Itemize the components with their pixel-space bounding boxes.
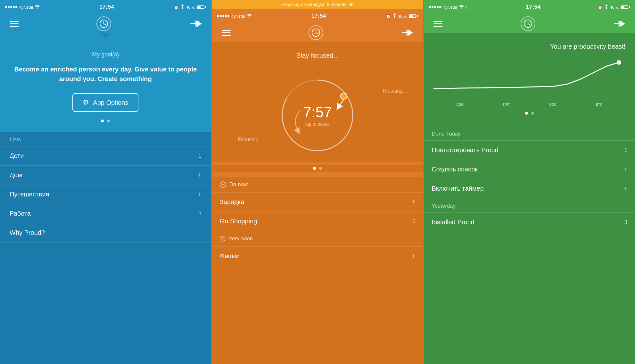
stay-focused-text: Stay focused... [296,52,339,59]
bluetooth-icon-1 [181,4,184,10]
nav-bar-2 [212,23,423,42]
battery-pct-3: 46 % [610,5,619,10]
very-soon-title: Very soon [229,236,253,242]
task-plus: + [412,198,416,206]
time-3: 17:54 [526,4,540,10]
alarm-icon-2: ⏰ [386,14,391,19]
chart-label-1: сре [457,102,464,107]
nav-bar-1 [0,14,211,33]
task-label: Зарядка [220,198,244,206]
menu-icon-1[interactable] [10,21,19,27]
menu-icon-2[interactable] [222,30,231,36]
wifi-icon-2 [247,14,252,19]
list-item[interactable]: Дети 1 [0,146,211,166]
status-left-3: Kyivstar ☾ [429,5,469,10]
forward-icon-3[interactable] [613,20,625,28]
done-item-label: Включить таймер [432,185,484,192]
nav-bar-3 [424,14,635,33]
done-item[interactable]: Протестировать Proud 1 [424,141,635,160]
clock-nav-icon-2[interactable] [309,25,323,40]
done-item-label: Создать список [432,166,478,173]
timer-container[interactable]: Focusing Relaxing... 7:57 tap to pause [212,66,423,162]
task-label: Фишки [220,252,240,260]
list-item-label: Работа [10,210,31,217]
status-right-3: ⏰ 46 % [598,4,630,10]
done-item-badge: 3 [624,219,627,226]
done-today-header: Done Today [424,126,635,141]
status-bar-2: Kyivstar 17:54 ⏰ 46 % [212,9,423,23]
task-plus: + [412,252,416,260]
task-item[interactable]: Зарядка + [212,193,423,212]
svg-line-18 [528,24,530,25]
clock-small-icon [220,236,226,242]
status-bar-3: Kyivstar ☾ 17:54 ⏰ 46 % [424,0,635,14]
goals-title: My goal(s) [13,51,198,58]
app-options-button[interactable]: ⚙ App Options [72,93,138,112]
panel-orange: Focusing on Зарядка: 8 minutes left Kyiv… [211,0,424,364]
signal-dots-3 [429,6,441,8]
page-dot-active-1[interactable] [101,120,104,122]
orange-dot-active[interactable] [313,167,316,170]
focusing-label: Focusing [238,137,259,143]
status-left-1: Kyivstar [5,5,40,10]
battery-icon-1 [197,5,206,9]
clock-nav-icon-3[interactable] [521,16,535,31]
focus-banner: Focusing on Зарядка: 8 minutes left [212,0,423,9]
list-item-label: Дети [10,152,24,160]
bluetooth-icon-3 [605,4,608,10]
orange-dot-2[interactable] [319,167,322,170]
menu-icon-3[interactable] [433,21,442,27]
status-right-1: ⏰ 46 % [174,4,206,10]
done-item[interactable]: Включить таймер + [424,179,635,198]
chart-area [433,60,625,98]
productivity-title: You are productivity beast! [433,43,625,50]
page-dots-1 [13,120,198,122]
lists-section: Lists Дети 1 Дом + Путешествия + Работа … [0,132,211,364]
page-dots-2 [212,165,423,172]
list-item[interactable]: Работа 3 [0,204,211,223]
svg-line-3 [104,24,106,25]
list-item-label: Дом [10,171,22,179]
done-item[interactable]: Создать список + [424,160,635,179]
chart-label-2: пят [503,102,510,107]
list-item[interactable]: Why Proud? [0,223,211,243]
page-dot-2[interactable] [107,120,110,122]
timer-center[interactable]: 7:57 tap to pause [303,104,332,127]
svg-point-10 [341,93,347,99]
list-item[interactable]: Путешествия + [0,185,211,204]
done-item-plus: + [623,166,627,173]
chart-label-4: вто [596,102,602,107]
done-item[interactable]: Installed Proud 3 [424,213,635,232]
done-section: Done Today Протестировать Proud 1 Создат… [424,126,635,364]
add-circle-icon[interactable]: + [220,181,226,188]
lists-header: Lists [0,132,211,146]
task-label: Go Shopping [220,218,257,225]
task-item[interactable]: Фишки + [212,247,423,266]
task-item[interactable]: Go Shopping 5 [212,212,423,231]
carrier-3: Kyivstar [442,5,457,10]
list-item-plus: + [198,191,202,198]
svg-point-4 [249,16,250,18]
alarm-icon-1: ⏰ [174,5,179,10]
chart-label-3: вос [549,102,557,107]
carrier-1: Kyivstar [19,5,33,10]
do-now-header: + Do now [212,177,423,193]
list-item[interactable]: Дом + [0,166,211,185]
relaxing-label: Relaxing... [383,88,407,94]
goals-text: Become an enriched person every day. Giv… [13,64,198,84]
done-item-badge: 1 [624,147,627,153]
battery-pct-1: 46 % [186,5,195,10]
time-2: 17:54 [311,13,326,19]
done-item-plus: + [623,185,627,192]
forward-icon-1[interactable] [189,20,202,28]
signal-dots-1 [5,6,17,8]
list-item-label: Путешествия [10,191,49,198]
gear-icon: ⚙ [83,98,89,107]
green-dot-active[interactable] [525,112,528,115]
done-item-label: Installed Proud [432,219,474,226]
battery-pct-2: 46 % [398,14,408,19]
clock-nav-icon-1[interactable] [96,16,111,31]
green-dot-2[interactable] [531,112,534,115]
forward-icon-2[interactable] [401,29,413,37]
svg-point-15 [461,7,462,9]
